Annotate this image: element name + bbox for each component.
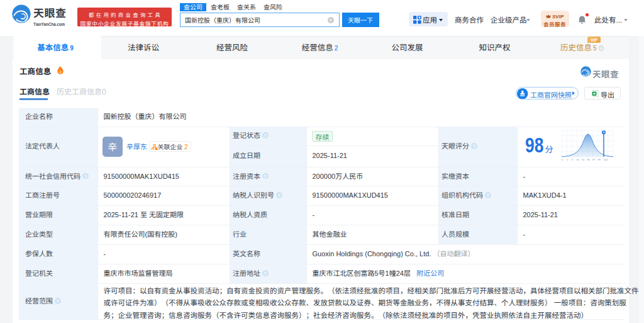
svg-text:1: 1 <box>567 158 569 161</box>
svg-text:13: 13 <box>576 158 579 161</box>
svg-text:100: 100 <box>604 158 609 161</box>
svg-text:0: 0 <box>562 158 564 161</box>
svg-text:99: 99 <box>597 158 601 161</box>
svg-text:50: 50 <box>582 158 585 161</box>
svg-text:3: 3 <box>572 158 574 161</box>
svg-text:97: 97 <box>592 158 596 161</box>
svg-text:86: 86 <box>587 158 590 161</box>
